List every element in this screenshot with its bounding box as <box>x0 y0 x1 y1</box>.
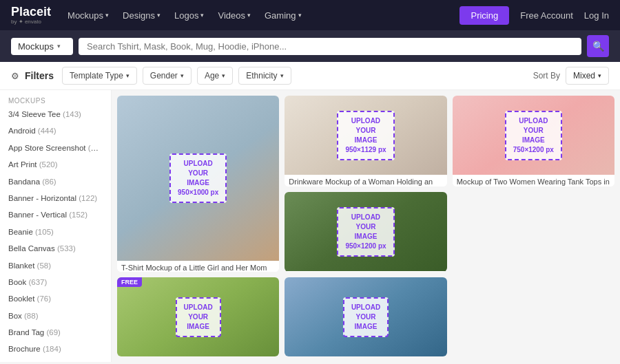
upload-badge: UPLOAD YOUR IMAGE 750×1200 px <box>505 111 562 160</box>
filters-label: Filters <box>25 70 54 81</box>
pricing-button[interactable]: Pricing <box>459 6 509 25</box>
logo[interactable]: Placeit by ✦ envato <box>11 6 51 25</box>
gallery-item[interactable]: UPLOAD YOUR IMAGE 950×1200 px <box>285 192 446 272</box>
chevron-down-icon: ▾ <box>126 72 130 79</box>
gallery-caption: Mockup of Two Women Wearing Tank Tops in… <box>453 175 614 186</box>
sort-by-label: Sort By <box>533 71 560 81</box>
sidebar-item[interactable]: Booklet (76) <box>0 290 111 307</box>
ethnicity-filter[interactable]: Ethnicity ▾ <box>238 67 291 85</box>
sidebar-item[interactable]: Banner - Vertical (152) <box>0 206 111 223</box>
chevron-down-icon: ▾ <box>57 43 61 50</box>
sidebar-item[interactable]: Brand Tag (69) <box>0 324 111 341</box>
sidebar-item[interactable]: Banner - Horizontal (122) <box>0 190 111 206</box>
sidebar-item[interactable]: Book (637) <box>0 274 111 290</box>
gender-filter[interactable]: Gender ▾ <box>143 67 192 85</box>
sidebar-item[interactable]: Bella Canvas (533) <box>0 240 111 257</box>
search-button[interactable]: 🔍 <box>587 35 609 57</box>
logo-text: Placeit <box>11 6 51 19</box>
sidebar-item[interactable]: Box (88) <box>0 308 111 324</box>
gallery-image: UPLOAD YOUR IMAGE 950×1000 px <box>117 96 279 261</box>
sidebar-category-label: Mockups <box>0 94 111 106</box>
logo-sub: by ✦ envato <box>11 19 51 25</box>
filters-icon: ⚙ <box>11 71 19 81</box>
nav-logos[interactable]: Logos▾ <box>169 0 209 30</box>
search-input[interactable] <box>84 38 576 55</box>
upload-badge: UPLOAD YOUR IMAGE <box>176 297 221 337</box>
chevron-down-icon: ▾ <box>598 72 601 79</box>
sidebar-item[interactable]: Brochure - Bifold (119) <box>0 358 111 362</box>
nav-mockups[interactable]: Mockups▾ <box>62 0 114 30</box>
upload-badge: UPLOAD YOUR IMAGE 950×1000 px <box>169 153 227 203</box>
nav-videos[interactable]: Videos▾ <box>212 0 256 30</box>
sidebar: Mockups 3/4 Sleeve Tee (143)Android (444… <box>0 90 112 362</box>
sidebar-item[interactable]: App Store Screenshot (101) <box>0 140 111 156</box>
gallery-caption: T-Shirt Mockup of a Little Girl and Her … <box>117 261 279 272</box>
sidebar-item[interactable]: Android (444) <box>0 122 111 139</box>
gallery-item[interactable]: UPLOAD YOUR IMAGE <box>285 277 446 356</box>
free-account-button[interactable]: Free Account <box>512 10 581 21</box>
age-filter[interactable]: Age ▾ <box>197 67 233 85</box>
upload-badge: UPLOAD YOUR IMAGE 950×1129 px <box>337 111 394 160</box>
gallery-image: UPLOAD YOUR IMAGE <box>285 277 446 356</box>
gallery-image: FREEUPLOAD YOUR IMAGE <box>117 277 279 356</box>
sidebar-item[interactable]: Bandana (86) <box>0 173 111 190</box>
sidebar-item[interactable]: 3/4 Sleeve Tee (143) <box>0 106 111 122</box>
gallery-item[interactable]: UPLOAD YOUR IMAGE 950×1129 pxDrinkware M… <box>285 96 446 186</box>
gallery-image: UPLOAD YOUR IMAGE 750×1200 px <box>453 96 614 175</box>
gallery-item[interactable]: FREEUPLOAD YOUR IMAGE <box>117 277 279 356</box>
login-button[interactable]: Log In <box>584 10 609 21</box>
top-nav: Placeit by ✦ envato Mockups▾ Designs▾ Lo… <box>0 0 620 30</box>
filters-row: ⚙ Filters Template Type ▾ Gender ▾ Age ▾… <box>0 62 620 90</box>
chevron-down-icon: ▾ <box>280 72 284 79</box>
gallery-image: UPLOAD YOUR IMAGE 950×1129 px <box>285 96 446 175</box>
free-badge: FREE <box>117 277 142 287</box>
sidebar-item[interactable]: Beanie (105) <box>0 224 111 240</box>
gallery-image: UPLOAD YOUR IMAGE 950×1200 px <box>285 192 446 271</box>
nav-gaming[interactable]: Gaming▾ <box>259 0 307 30</box>
main-layout: Mockups 3/4 Sleeve Tee (143)Android (444… <box>0 90 620 362</box>
sort-dropdown[interactable]: Mixed ▾ <box>566 67 609 85</box>
sidebar-item[interactable]: Brochure (184) <box>0 341 111 357</box>
gallery-item[interactable]: UPLOAD YOUR IMAGE 950×1000 pxT-Shirt Moc… <box>117 96 279 272</box>
nav-designs[interactable]: Designs▾ <box>117 0 166 30</box>
sidebar-item[interactable]: Blanket (58) <box>0 257 111 274</box>
chevron-down-icon: ▾ <box>180 72 184 79</box>
gallery: UPLOAD YOUR IMAGE 950×1000 pxT-Shirt Moc… <box>112 90 620 362</box>
upload-badge: UPLOAD YOUR IMAGE 950×1200 px <box>337 207 394 257</box>
search-icon: 🔍 <box>592 41 604 52</box>
sidebar-item[interactable]: Art Print (520) <box>0 156 111 173</box>
search-bar: Mockups ▾ 🔍 <box>0 30 620 62</box>
template-type-filter[interactable]: Template Type ▾ <box>62 67 137 85</box>
upload-badge: UPLOAD YOUR IMAGE <box>343 297 389 337</box>
gallery-caption: Drinkware Mockup of a Woman Holding an 1… <box>285 175 446 186</box>
chevron-down-icon: ▾ <box>222 72 225 79</box>
gallery-item[interactable]: UPLOAD YOUR IMAGE 750×1200 pxMockup of T… <box>453 96 614 186</box>
search-input-wrap <box>79 38 581 55</box>
mockups-dropdown[interactable]: Mockups ▾ <box>11 38 73 55</box>
